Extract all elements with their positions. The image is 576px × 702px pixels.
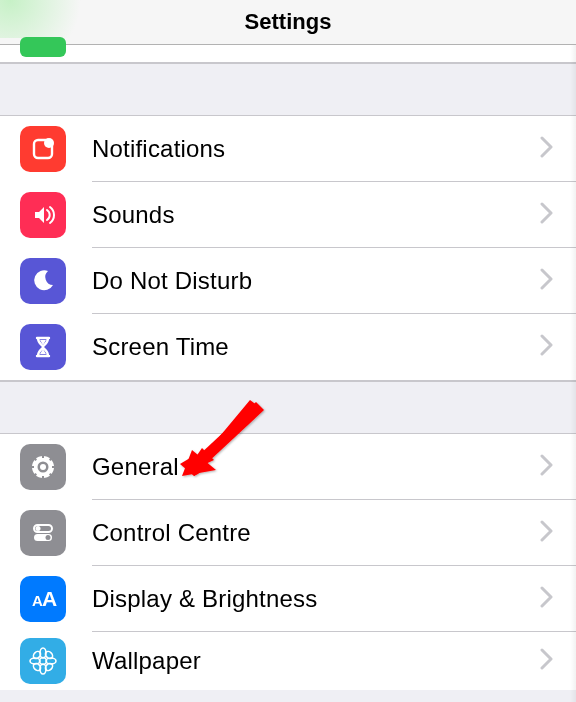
svg-point-16	[46, 535, 51, 540]
settings-group-1: Notifications Sounds Do Not Disturb	[0, 116, 576, 381]
page-header: Settings	[0, 0, 576, 45]
chevron-right-icon	[540, 586, 554, 612]
hourglass-icon	[20, 324, 66, 370]
chevron-right-icon	[540, 334, 554, 360]
svg-point-1	[44, 138, 54, 148]
svg-text:A: A	[42, 587, 57, 610]
svg-line-11	[34, 474, 37, 477]
text-size-icon: A A	[20, 576, 66, 622]
row-screen-time[interactable]: Screen Time	[0, 314, 576, 380]
row-general[interactable]: General	[0, 434, 576, 500]
notifications-icon	[20, 126, 66, 172]
chevron-right-icon	[540, 202, 554, 228]
chevron-right-icon	[540, 520, 554, 546]
row-label: Wallpaper	[92, 647, 540, 675]
section-gap	[0, 381, 576, 434]
partial-previous-row	[0, 45, 576, 63]
row-label: Screen Time	[92, 333, 540, 361]
row-wallpaper[interactable]: Wallpaper	[0, 632, 576, 690]
row-label: Display & Brightness	[92, 585, 540, 613]
row-label: Sounds	[92, 201, 540, 229]
row-display-brightness[interactable]: A A Display & Brightness	[0, 566, 576, 632]
svg-point-4	[40, 464, 46, 470]
flower-icon	[20, 638, 66, 684]
svg-line-10	[50, 474, 53, 477]
page-title: Settings	[245, 9, 332, 34]
row-sounds[interactable]: Sounds	[0, 182, 576, 248]
svg-line-9	[34, 458, 37, 461]
gear-icon	[20, 444, 66, 490]
svg-line-12	[50, 458, 53, 461]
row-do-not-disturb[interactable]: Do Not Disturb	[0, 248, 576, 314]
row-control-centre[interactable]: Control Centre	[0, 500, 576, 566]
row-label: General	[92, 453, 540, 481]
chevron-right-icon	[540, 648, 554, 674]
chevron-right-icon	[540, 454, 554, 480]
settings-group-2: General Control Centre A A Display	[0, 434, 576, 690]
row-label: Control Centre	[92, 519, 540, 547]
moon-icon	[20, 258, 66, 304]
sounds-icon	[20, 192, 66, 238]
section-gap	[0, 63, 576, 116]
row-notifications[interactable]: Notifications	[0, 116, 576, 182]
row-label: Notifications	[92, 135, 540, 163]
svg-point-14	[36, 526, 41, 531]
toggles-icon	[20, 510, 66, 556]
row-label: Do Not Disturb	[92, 267, 540, 295]
chevron-right-icon	[540, 136, 554, 162]
green-toggle-fragment	[20, 37, 66, 57]
chevron-right-icon	[540, 268, 554, 294]
